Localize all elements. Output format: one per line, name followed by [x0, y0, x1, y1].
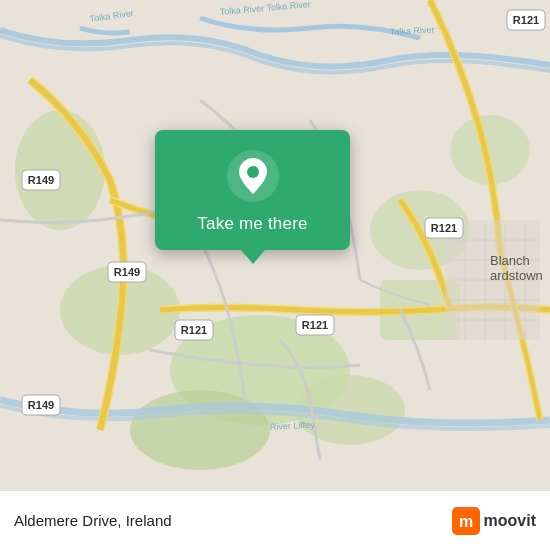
svg-point-8: [130, 390, 270, 470]
svg-point-31: [247, 166, 259, 178]
footer-bar: Aldemere Drive, Ireland m moovit: [0, 490, 550, 550]
moovit-icon: m: [452, 507, 480, 535]
location-popup: Take me there: [155, 130, 350, 250]
moovit-logo: m moovit: [452, 507, 536, 535]
svg-text:R121: R121: [431, 222, 457, 234]
location-pin-icon: [227, 150, 279, 202]
address-text: Aldemere Drive, Ireland: [14, 512, 172, 529]
svg-text:R149: R149: [114, 266, 140, 278]
svg-text:m: m: [458, 513, 472, 530]
moovit-text: moovit: [484, 512, 536, 530]
svg-text:R149: R149: [28, 399, 54, 411]
svg-text:R121: R121: [302, 319, 328, 331]
svg-text:Blanch: Blanch: [490, 253, 530, 268]
svg-text:R149: R149: [28, 174, 54, 186]
svg-text:R121: R121: [181, 324, 207, 336]
map-container: R149 R149 R121 R121 R121 R121 R149 Tolka…: [0, 0, 550, 490]
svg-text:R121: R121: [513, 14, 539, 26]
footer-address: Aldemere Drive, Ireland: [14, 512, 452, 530]
svg-text:ardstown: ardstown: [490, 268, 543, 283]
take-me-there-button[interactable]: Take me there: [197, 214, 307, 234]
